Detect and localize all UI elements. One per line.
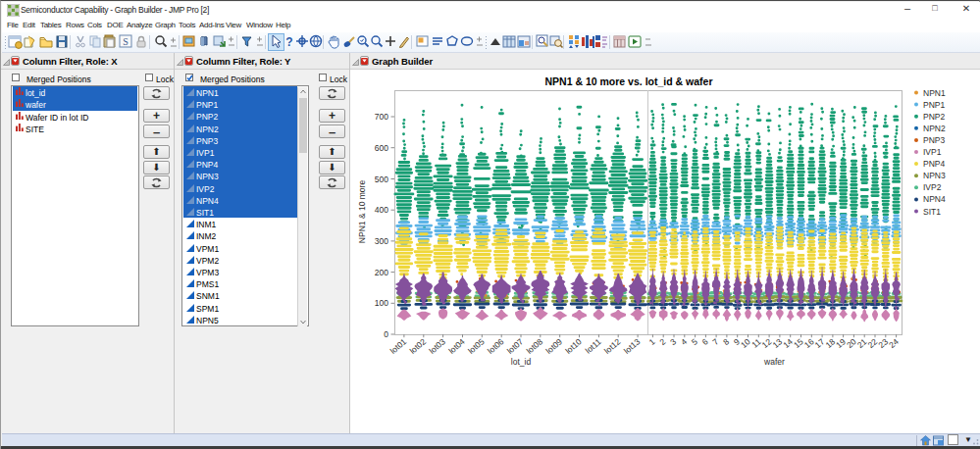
svg-text:PNP4: PNP4 (923, 159, 945, 169)
svg-text:NPN1 & 10 more vs. lot_id & wa: NPN1 & 10 more vs. lot_id & wafer (545, 75, 713, 87)
svg-text:8: 8 (721, 336, 731, 347)
svg-text:0: 0 (384, 329, 388, 339)
svg-text:200: 200 (375, 268, 388, 277)
svg-text:lot12: lot12 (602, 336, 623, 356)
svg-text:600: 600 (375, 143, 388, 153)
svg-text:NPN1 & 10 more: NPN1 & 10 more (357, 180, 367, 244)
svg-text:lot07: lot07 (505, 336, 526, 356)
svg-text:NPN4: NPN4 (923, 194, 946, 204)
svg-text:PNP1: PNP1 (923, 100, 945, 110)
svg-text:500: 500 (375, 175, 388, 184)
svg-text:lot02: lot02 (408, 336, 429, 356)
svg-text:PNP3: PNP3 (923, 135, 945, 145)
svg-text:3: 3 (668, 336, 678, 347)
svg-text:NPN1: NPN1 (923, 88, 946, 98)
svg-text:300: 300 (375, 236, 388, 246)
svg-text:700: 700 (375, 112, 388, 122)
svg-text:lot_id: lot_id (511, 357, 532, 367)
svg-text:wafer: wafer (763, 357, 785, 367)
svg-text:7: 7 (710, 336, 720, 347)
svg-text:IVP2: IVP2 (923, 182, 942, 192)
svg-text:4: 4 (679, 336, 689, 347)
svg-text:SIT1: SIT1 (923, 207, 941, 217)
svg-text:lot10: lot10 (563, 336, 584, 356)
svg-text:lot09: lot09 (543, 336, 564, 356)
svg-text:100: 100 (375, 298, 388, 308)
svg-text:5: 5 (690, 336, 699, 347)
svg-text:PNP2: PNP2 (923, 112, 945, 122)
svg-text:S: S (123, 36, 129, 47)
svg-text:lot05: lot05 (466, 336, 487, 356)
svg-text:400: 400 (375, 205, 388, 215)
svg-text:lot06: lot06 (486, 336, 506, 356)
svg-text:NPN2: NPN2 (923, 124, 946, 133)
svg-text:IVP1: IVP1 (923, 147, 942, 157)
svg-text:NPN3: NPN3 (923, 171, 946, 180)
svg-text:lot04: lot04 (446, 336, 467, 356)
svg-text:6: 6 (700, 336, 710, 347)
svg-text:lot13: lot13 (622, 336, 643, 356)
svg-text:?: ? (285, 35, 292, 49)
svg-text:1: 1 (647, 336, 657, 347)
svg-text:lot01: lot01 (388, 336, 409, 356)
svg-text:lot03: lot03 (427, 336, 447, 356)
svg-text:lot08: lot08 (525, 336, 545, 356)
svg-text:2: 2 (657, 336, 667, 347)
svg-text:lot11: lot11 (584, 336, 603, 355)
svg-text:24: 24 (887, 336, 901, 350)
